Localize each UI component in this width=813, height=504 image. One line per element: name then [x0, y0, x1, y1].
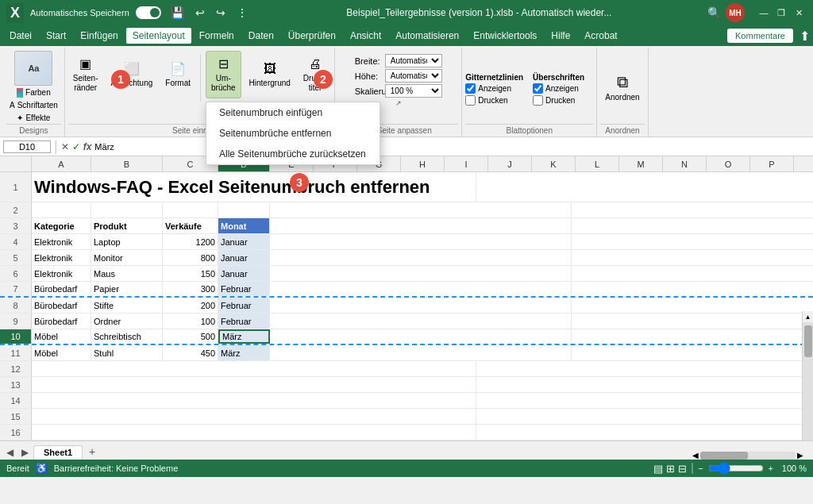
menu-hilfe[interactable]: Hilfe: [545, 28, 576, 44]
row-num-8[interactable]: 8: [0, 298, 32, 313]
page-layout-icon[interactable]: ⊞: [666, 463, 675, 475]
row-num-16[interactable]: 16: [0, 425, 32, 440]
check-icon[interactable]: ✓: [72, 141, 80, 152]
redo-icon[interactable]: ↪: [213, 5, 229, 21]
menu-acrobat[interactable]: Acrobat: [578, 28, 623, 44]
cell-2d[interactable]: [218, 202, 270, 217]
col-header-j[interactable]: J: [488, 156, 532, 171]
row-num-4[interactable]: 4: [0, 234, 32, 249]
menu-formeln[interactable]: Formeln: [193, 28, 241, 44]
cell-7c[interactable]: 300: [163, 282, 218, 296]
undo-icon[interactable]: ↩: [192, 5, 208, 21]
cell-11e[interactable]: [270, 345, 572, 360]
row-num-7[interactable]: 7: [0, 282, 32, 296]
comments-button[interactable]: Kommentare: [727, 29, 793, 43]
cell-10c[interactable]: 500: [163, 329, 218, 344]
header-produkt[interactable]: Produkt: [91, 218, 163, 233]
cell-5b[interactable]: Monitor: [91, 250, 163, 265]
cell-9e[interactable]: [270, 314, 572, 329]
cell-8e[interactable]: [270, 298, 572, 313]
menu-seitenlayout[interactable]: Seitenlayout: [126, 28, 191, 44]
cell-4c[interactable]: 1200: [163, 234, 218, 249]
farben-button[interactable]: Farben: [13, 87, 54, 98]
cell-reference-input[interactable]: D10: [3, 140, 51, 153]
cell-9a[interactable]: Bürobedarf: [32, 314, 91, 329]
col-header-i[interactable]: I: [445, 156, 488, 171]
cell-13a[interactable]: [32, 377, 476, 392]
autosave-toggle[interactable]: [136, 6, 161, 19]
row-num-5[interactable]: 5: [0, 250, 32, 265]
col-header-m[interactable]: M: [619, 156, 663, 171]
menu-datei[interactable]: Datei: [3, 28, 38, 44]
cell-9d[interactable]: Februar: [218, 314, 270, 329]
row-num-10[interactable]: 10: [0, 329, 32, 344]
header-monat[interactable]: Monat: [218, 218, 270, 233]
cell-10d[interactable]: März: [218, 329, 270, 344]
cell-9c[interactable]: 100: [163, 314, 218, 329]
formula-input[interactable]: März: [94, 142, 810, 152]
header-kategorie[interactable]: Kategorie: [32, 218, 91, 233]
cell-8c[interactable]: 200: [163, 298, 218, 313]
cell-10e[interactable]: [270, 329, 572, 344]
fx-icon[interactable]: fx: [83, 141, 92, 152]
row-num-2[interactable]: 2: [0, 202, 32, 217]
cell-11c[interactable]: 450: [163, 345, 218, 360]
ueberschr-drucken-checkbox[interactable]: [533, 95, 543, 106]
cell-8a[interactable]: Bürobedarf: [32, 298, 91, 313]
search-icon[interactable]: 🔍: [707, 6, 721, 19]
cell-5c[interactable]: 800: [163, 250, 218, 265]
menu-ansicht[interactable]: Ansicht: [344, 28, 387, 44]
cell-2e[interactable]: [270, 202, 572, 217]
row-num-11[interactable]: 11: [0, 345, 32, 360]
minimize-button[interactable]: —: [756, 5, 772, 21]
zoom-in-icon[interactable]: +: [769, 464, 773, 473]
menu-daten[interactable]: Daten: [242, 28, 280, 44]
breite-select[interactable]: Automatisc: [385, 54, 442, 67]
col-header-a[interactable]: A: [32, 156, 91, 171]
col-header-k[interactable]: K: [532, 156, 576, 171]
row-num-12[interactable]: 12: [0, 361, 32, 376]
cell-2c[interactable]: [163, 202, 218, 217]
cell-15a[interactable]: [32, 409, 476, 424]
row-num-1[interactable]: 1: [0, 172, 32, 202]
share-icon[interactable]: ⬆: [800, 29, 810, 44]
menu-automatisieren[interactable]: Automatisieren: [389, 28, 465, 44]
hintergrund-button[interactable]: 🖼 Hintergrund: [245, 51, 295, 98]
hscroll-right[interactable]: ▶: [797, 451, 803, 460]
cross-icon[interactable]: ✕: [61, 141, 69, 152]
designs-button[interactable]: Aa: [14, 51, 52, 86]
cell-5d[interactable]: Januar: [218, 250, 270, 265]
cell-8d[interactable]: Februar: [218, 298, 270, 313]
cell-6c[interactable]: 150: [163, 266, 218, 281]
cell-4e[interactable]: [270, 234, 572, 249]
format-button[interactable]: 📄 Format: [160, 51, 195, 98]
menu-ueberpruefen[interactable]: Überprüfen: [282, 28, 342, 44]
cell-4a[interactable]: Elektronik: [32, 234, 91, 249]
dropdown-item-entfernen[interactable]: Seitenumbrüche entfernen: [206, 123, 380, 144]
close-button[interactable]: ✕: [791, 5, 807, 21]
normal-view-icon[interactable]: ▤: [653, 463, 663, 475]
row-num-15[interactable]: 15: [0, 409, 32, 424]
cell-4b[interactable]: Laptop: [91, 234, 163, 249]
cell-10a[interactable]: Möbel: [32, 329, 91, 344]
menu-entwicklertools[interactable]: Entwicklertools: [467, 28, 543, 44]
cell-7d[interactable]: Februar: [218, 282, 270, 296]
row-num-14[interactable]: 14: [0, 393, 32, 408]
cell-6d[interactable]: Januar: [218, 266, 270, 281]
page-break-view-icon[interactable]: ⊟: [678, 463, 687, 475]
cell-11b[interactable]: Stuhl: [91, 345, 163, 360]
cell-5a[interactable]: Elektronik: [32, 250, 91, 265]
scroll-thumb[interactable]: [804, 325, 812, 357]
cell-7e[interactable]: [270, 282, 572, 296]
row-num-9[interactable]: 9: [0, 314, 32, 329]
col-header-n[interactable]: N: [663, 156, 707, 171]
cell-5e[interactable]: [270, 250, 572, 265]
cell-16a[interactable]: [32, 425, 476, 440]
cell-6e[interactable]: [270, 266, 572, 281]
cell-7b[interactable]: Papier: [91, 282, 163, 296]
more-icon[interactable]: ⋮: [233, 5, 251, 21]
cell-7a[interactable]: Bürobedarf: [32, 282, 91, 296]
skalierung-expand[interactable]: ↗: [395, 99, 402, 107]
row-num-3[interactable]: 3: [0, 218, 32, 233]
cell-11a[interactable]: Möbel: [32, 345, 91, 360]
